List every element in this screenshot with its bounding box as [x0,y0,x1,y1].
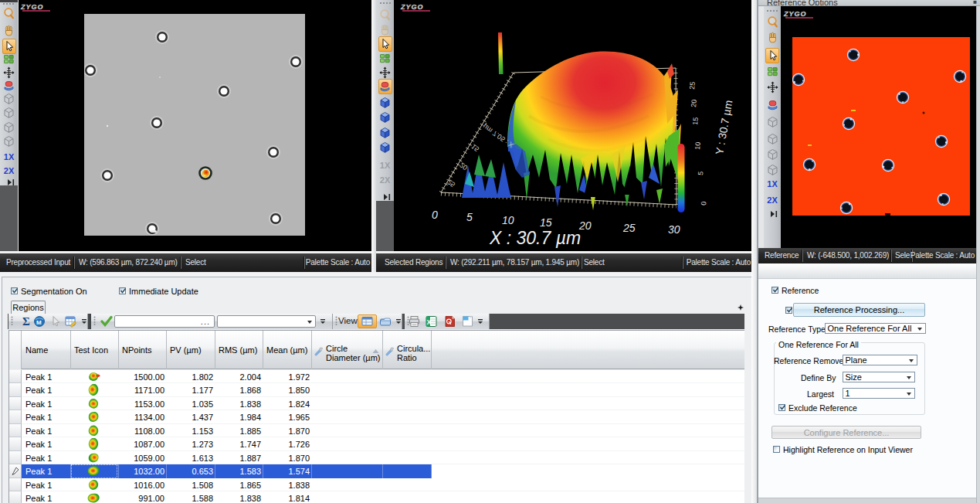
svg-text:25: 25 [622,222,636,234]
svg-text:10: 10 [693,141,702,150]
svg-text:15: 15 [470,142,480,153]
svg-text:30: 30 [668,223,680,236]
svg-text:Σ: Σ [22,315,30,328]
svg-text:15: 15 [540,216,552,229]
svg-text:5: 5 [697,171,704,175]
svg-text:20: 20 [690,99,698,107]
svg-text:0: 0 [432,209,438,221]
svg-text:X: X [427,318,432,326]
svg-text:15: 15 [691,117,700,125]
svg-text:M: M [36,319,42,326]
svg-text:5: 5 [466,211,473,223]
svg-text:0: 0 [700,201,707,206]
svg-text:X : 30.7 µm: X : 30.7 µm [489,228,581,248]
svg-text:Y : 30.7 µm: Y : 30.7 µm [713,99,734,155]
svg-text:10: 10 [502,214,514,226]
svg-text:25: 25 [688,81,697,90]
